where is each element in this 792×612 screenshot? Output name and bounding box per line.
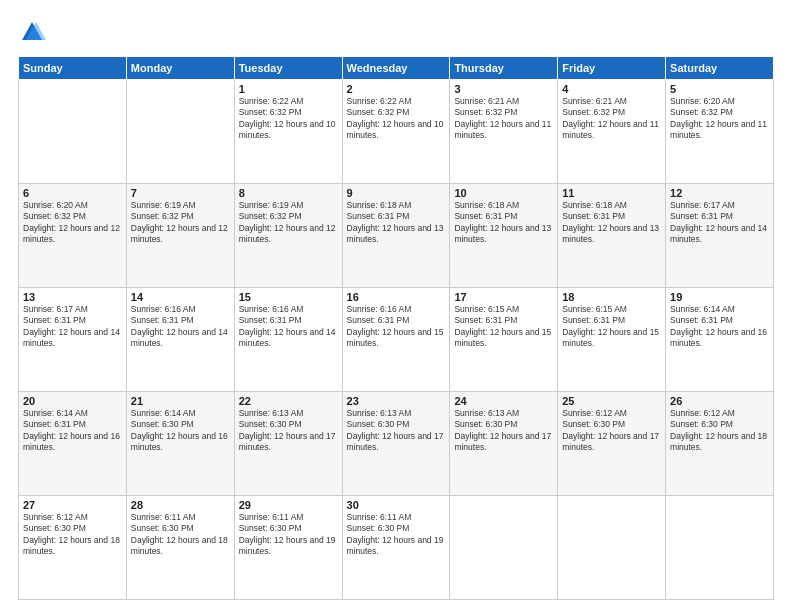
day-number: 13 [23,291,122,303]
day-number: 16 [347,291,446,303]
day-info: Sunrise: 6:12 AM Sunset: 6:30 PM Dayligh… [670,408,769,454]
day-number: 4 [562,83,661,95]
day-info: Sunrise: 6:21 AM Sunset: 6:32 PM Dayligh… [454,96,553,142]
calendar-cell [19,80,127,184]
day-info: Sunrise: 6:18 AM Sunset: 6:31 PM Dayligh… [454,200,553,246]
logo-icon [18,18,46,46]
day-info: Sunrise: 6:14 AM Sunset: 6:30 PM Dayligh… [131,408,230,454]
calendar-cell: 19Sunrise: 6:14 AM Sunset: 6:31 PM Dayli… [666,288,774,392]
calendar-cell: 7Sunrise: 6:19 AM Sunset: 6:32 PM Daylig… [126,184,234,288]
calendar-cell: 2Sunrise: 6:22 AM Sunset: 6:32 PM Daylig… [342,80,450,184]
calendar-cell: 20Sunrise: 6:14 AM Sunset: 6:31 PM Dayli… [19,392,127,496]
day-info: Sunrise: 6:12 AM Sunset: 6:30 PM Dayligh… [23,512,122,558]
day-info: Sunrise: 6:22 AM Sunset: 6:32 PM Dayligh… [347,96,446,142]
calendar-header-monday: Monday [126,57,234,80]
calendar-week-1: 1Sunrise: 6:22 AM Sunset: 6:32 PM Daylig… [19,80,774,184]
day-number: 12 [670,187,769,199]
day-info: Sunrise: 6:13 AM Sunset: 6:30 PM Dayligh… [347,408,446,454]
day-info: Sunrise: 6:16 AM Sunset: 6:31 PM Dayligh… [347,304,446,350]
calendar-cell: 27Sunrise: 6:12 AM Sunset: 6:30 PM Dayli… [19,496,127,600]
day-info: Sunrise: 6:20 AM Sunset: 6:32 PM Dayligh… [23,200,122,246]
day-number: 9 [347,187,446,199]
calendar-header-tuesday: Tuesday [234,57,342,80]
day-info: Sunrise: 6:14 AM Sunset: 6:31 PM Dayligh… [23,408,122,454]
day-info: Sunrise: 6:15 AM Sunset: 6:31 PM Dayligh… [454,304,553,350]
day-info: Sunrise: 6:12 AM Sunset: 6:30 PM Dayligh… [562,408,661,454]
calendar-week-3: 13Sunrise: 6:17 AM Sunset: 6:31 PM Dayli… [19,288,774,392]
calendar-cell [126,80,234,184]
calendar-cell [666,496,774,600]
calendar-cell: 12Sunrise: 6:17 AM Sunset: 6:31 PM Dayli… [666,184,774,288]
calendar-cell: 22Sunrise: 6:13 AM Sunset: 6:30 PM Dayli… [234,392,342,496]
day-number: 21 [131,395,230,407]
day-info: Sunrise: 6:18 AM Sunset: 6:31 PM Dayligh… [347,200,446,246]
calendar-cell: 25Sunrise: 6:12 AM Sunset: 6:30 PM Dayli… [558,392,666,496]
day-number: 2 [347,83,446,95]
day-info: Sunrise: 6:11 AM Sunset: 6:30 PM Dayligh… [131,512,230,558]
day-number: 28 [131,499,230,511]
calendar-cell: 17Sunrise: 6:15 AM Sunset: 6:31 PM Dayli… [450,288,558,392]
calendar-cell: 10Sunrise: 6:18 AM Sunset: 6:31 PM Dayli… [450,184,558,288]
calendar-header-saturday: Saturday [666,57,774,80]
day-number: 25 [562,395,661,407]
calendar-cell: 6Sunrise: 6:20 AM Sunset: 6:32 PM Daylig… [19,184,127,288]
calendar-cell: 16Sunrise: 6:16 AM Sunset: 6:31 PM Dayli… [342,288,450,392]
day-number: 26 [670,395,769,407]
day-info: Sunrise: 6:14 AM Sunset: 6:31 PM Dayligh… [670,304,769,350]
day-number: 15 [239,291,338,303]
day-info: Sunrise: 6:21 AM Sunset: 6:32 PM Dayligh… [562,96,661,142]
day-number: 29 [239,499,338,511]
day-number: 10 [454,187,553,199]
day-number: 19 [670,291,769,303]
calendar-cell: 4Sunrise: 6:21 AM Sunset: 6:32 PM Daylig… [558,80,666,184]
day-info: Sunrise: 6:16 AM Sunset: 6:31 PM Dayligh… [131,304,230,350]
calendar-cell: 23Sunrise: 6:13 AM Sunset: 6:30 PM Dayli… [342,392,450,496]
day-info: Sunrise: 6:16 AM Sunset: 6:31 PM Dayligh… [239,304,338,350]
logo [18,18,50,46]
calendar-cell: 8Sunrise: 6:19 AM Sunset: 6:32 PM Daylig… [234,184,342,288]
calendar-cell [558,496,666,600]
calendar-cell: 29Sunrise: 6:11 AM Sunset: 6:30 PM Dayli… [234,496,342,600]
day-info: Sunrise: 6:11 AM Sunset: 6:30 PM Dayligh… [239,512,338,558]
day-number: 8 [239,187,338,199]
day-number: 30 [347,499,446,511]
calendar-cell: 26Sunrise: 6:12 AM Sunset: 6:30 PM Dayli… [666,392,774,496]
day-number: 17 [454,291,553,303]
day-info: Sunrise: 6:19 AM Sunset: 6:32 PM Dayligh… [131,200,230,246]
calendar-cell: 5Sunrise: 6:20 AM Sunset: 6:32 PM Daylig… [666,80,774,184]
day-info: Sunrise: 6:17 AM Sunset: 6:31 PM Dayligh… [23,304,122,350]
calendar-cell: 24Sunrise: 6:13 AM Sunset: 6:30 PM Dayli… [450,392,558,496]
calendar-cell: 9Sunrise: 6:18 AM Sunset: 6:31 PM Daylig… [342,184,450,288]
day-number: 22 [239,395,338,407]
calendar-cell: 15Sunrise: 6:16 AM Sunset: 6:31 PM Dayli… [234,288,342,392]
day-info: Sunrise: 6:22 AM Sunset: 6:32 PM Dayligh… [239,96,338,142]
calendar-cell: 11Sunrise: 6:18 AM Sunset: 6:31 PM Dayli… [558,184,666,288]
day-number: 24 [454,395,553,407]
calendar-cell: 13Sunrise: 6:17 AM Sunset: 6:31 PM Dayli… [19,288,127,392]
calendar-cell: 18Sunrise: 6:15 AM Sunset: 6:31 PM Dayli… [558,288,666,392]
day-number: 18 [562,291,661,303]
day-number: 7 [131,187,230,199]
calendar-cell: 28Sunrise: 6:11 AM Sunset: 6:30 PM Dayli… [126,496,234,600]
page: SundayMondayTuesdayWednesdayThursdayFrid… [0,0,792,612]
day-info: Sunrise: 6:18 AM Sunset: 6:31 PM Dayligh… [562,200,661,246]
calendar-header-thursday: Thursday [450,57,558,80]
day-info: Sunrise: 6:19 AM Sunset: 6:32 PM Dayligh… [239,200,338,246]
calendar-week-2: 6Sunrise: 6:20 AM Sunset: 6:32 PM Daylig… [19,184,774,288]
header [18,18,774,46]
day-number: 27 [23,499,122,511]
calendar-cell: 1Sunrise: 6:22 AM Sunset: 6:32 PM Daylig… [234,80,342,184]
calendar-header-wednesday: Wednesday [342,57,450,80]
calendar-cell: 21Sunrise: 6:14 AM Sunset: 6:30 PM Dayli… [126,392,234,496]
calendar-week-5: 27Sunrise: 6:12 AM Sunset: 6:30 PM Dayli… [19,496,774,600]
calendar-header-row: SundayMondayTuesdayWednesdayThursdayFrid… [19,57,774,80]
day-info: Sunrise: 6:13 AM Sunset: 6:30 PM Dayligh… [454,408,553,454]
day-info: Sunrise: 6:11 AM Sunset: 6:30 PM Dayligh… [347,512,446,558]
day-info: Sunrise: 6:20 AM Sunset: 6:32 PM Dayligh… [670,96,769,142]
day-info: Sunrise: 6:17 AM Sunset: 6:31 PM Dayligh… [670,200,769,246]
day-number: 6 [23,187,122,199]
calendar-cell: 3Sunrise: 6:21 AM Sunset: 6:32 PM Daylig… [450,80,558,184]
calendar-table: SundayMondayTuesdayWednesdayThursdayFrid… [18,56,774,600]
calendar-header-sunday: Sunday [19,57,127,80]
calendar-cell [450,496,558,600]
